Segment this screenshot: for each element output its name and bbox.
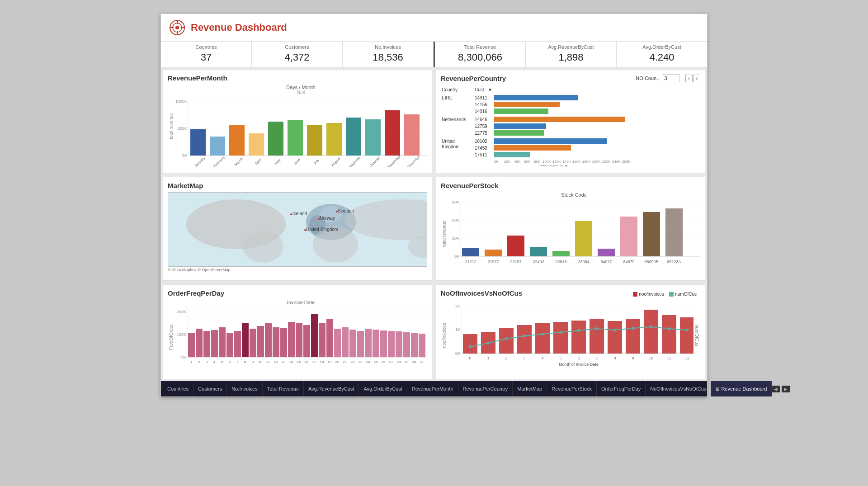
svg-rect-59 [494, 145, 571, 151]
svg-text:40K: 40K [514, 160, 521, 164]
svg-text:180K: 180K [582, 160, 591, 164]
kpi-countries: Countries 37 [161, 42, 252, 67]
rpm-chart-svg: 0K 500K 1000K [175, 97, 427, 167]
tab-rps[interactable]: RevenuePerStock [547, 381, 597, 396]
svg-text:0K: 0K [454, 254, 459, 259]
svg-text:5: 5 [559, 356, 561, 360]
tab-revenue-dashboard[interactable]: ⊞ Revenue Dashboard [711, 381, 772, 396]
tab-no-invoices[interactable]: No.Invoices [227, 381, 262, 396]
rpc-no-count-label: NO.Coun.. [636, 75, 659, 81]
kpi-revenue-label: Total Revenue [439, 44, 521, 50]
svg-text:60K: 60K [524, 160, 531, 164]
svg-rect-112 [665, 208, 683, 256]
svg-text:Kingdom: Kingdom [442, 144, 459, 149]
svg-text:20K: 20K [452, 236, 459, 241]
svg-rect-205 [517, 325, 532, 354]
svg-rect-53 [494, 130, 544, 136]
nav-prev-btn[interactable]: ◀ [772, 386, 780, 392]
svg-rect-160 [419, 334, 425, 357]
kpi-avg-revenue: Avg.RevenueByCust 1,898 [526, 42, 617, 67]
svg-text:2: 2 [505, 356, 507, 360]
svg-text:240K: 240K [612, 160, 621, 164]
noiv-legend: noofinvoices numOfCus [633, 292, 700, 298]
tab-noiv[interactable]: NoOfInvoicesVsNoOfCus [646, 381, 711, 396]
svg-text:10: 10 [649, 356, 653, 360]
noiv-legend-invoices: noofinvoices [633, 292, 664, 297]
tab-rpm[interactable]: RevenuePerMonth [407, 381, 458, 396]
dashboard-container: Revenue Dashboard Countries 37 Customers… [160, 14, 708, 397]
tab-countries[interactable]: Countries [163, 381, 193, 396]
ofpd-chart-svg: 0K 100K 200K [175, 305, 427, 371]
svg-point-224 [632, 327, 634, 330]
svg-text:United Kingdom: United Kingdom [306, 227, 338, 232]
tab-avg-revenue-label: Avg.RevenueByCust [308, 386, 354, 392]
tab-rpc[interactable]: RevenuePerCountry [458, 381, 513, 396]
svg-text:14646: 14646 [475, 117, 487, 122]
svg-point-89 [336, 211, 338, 212]
svg-rect-159 [411, 333, 418, 357]
svg-rect-207 [553, 322, 568, 354]
svg-text:0K: 0K [455, 351, 460, 356]
rpc-prev-btn[interactable]: ‹ [685, 75, 692, 82]
svg-text:22197: 22197 [510, 260, 521, 264]
svg-rect-46 [494, 109, 548, 114]
svg-text:25: 25 [374, 360, 378, 364]
svg-rect-213 [662, 315, 676, 354]
rpc-title: RevenuePerCountry [441, 75, 506, 82]
tab-noiv-label: NoOfInvoicesVsNoOfCus [650, 386, 706, 392]
svg-text:March: March [234, 157, 244, 167]
svg-text:84077: 84077 [600, 260, 612, 264]
market-map-title: MarketMap [168, 182, 427, 189]
svg-point-2 [175, 26, 179, 29]
svg-rect-206 [535, 323, 550, 354]
svg-text:500K: 500K [178, 126, 187, 131]
svg-text:13: 13 [282, 360, 286, 364]
svg-text:19: 19 [328, 360, 332, 364]
nav-next-btn[interactable]: ▶ [782, 386, 790, 392]
tab-total-revenue[interactable]: Total Revenue [263, 381, 304, 396]
svg-rect-137 [242, 323, 249, 357]
svg-rect-152 [357, 331, 364, 357]
tab-market-map[interactable]: MarketMap [513, 381, 547, 396]
svg-rect-133 [211, 330, 218, 357]
svg-text:EIRE: EIRE [442, 95, 453, 100]
svg-text:12: 12 [685, 356, 689, 360]
tab-customers[interactable]: Customers [193, 381, 227, 396]
svg-rect-42 [494, 95, 578, 100]
svg-text:14: 14 [289, 360, 293, 364]
svg-text:4: 4 [541, 356, 543, 360]
svg-rect-158 [403, 332, 410, 357]
svg-text:14911: 14911 [475, 95, 487, 100]
svg-rect-132 [203, 331, 210, 357]
svg-text:11: 11 [667, 356, 671, 360]
kpi-customers: Customers 4,372 [252, 42, 343, 67]
svg-point-221 [577, 329, 580, 332]
tab-ofpd[interactable]: OrderFreqPerDay [597, 381, 646, 396]
svg-rect-136 [234, 331, 241, 357]
map-container: Iceland Sweden Norway United Kingdom [168, 192, 427, 267]
rpc-next-btn[interactable]: › [693, 75, 700, 82]
svg-rect-144 [296, 323, 302, 357]
svg-text:22: 22 [351, 360, 355, 364]
svg-text:17: 17 [312, 360, 316, 364]
svg-text:0K: 0K [494, 160, 499, 164]
svg-rect-16 [229, 125, 245, 156]
svg-text:12775: 12775 [475, 131, 487, 136]
tab-avg-revenue[interactable]: Avg.RevenueByCust [304, 381, 359, 396]
kpi-avg-revenue-label: Avg.RevenueByCust [530, 44, 612, 50]
svg-rect-25 [404, 114, 420, 156]
ofpd-x-label: Invoice Date [175, 300, 427, 305]
svg-rect-14 [190, 129, 206, 156]
svg-text:Netherlands: Netherlands [442, 117, 466, 122]
kpi-invoices-label: No.Invoices [347, 44, 429, 50]
svg-text:160K: 160K [572, 160, 581, 164]
rpc-count-input[interactable] [662, 74, 680, 82]
svg-text:Country: Country [442, 87, 458, 92]
svg-rect-24 [385, 110, 400, 156]
tab-avg-order[interactable]: Avg.OrderByCust [359, 381, 407, 396]
svg-rect-157 [396, 331, 402, 357]
svg-rect-18 [268, 122, 283, 156]
svg-text:0K: 0K [182, 153, 187, 158]
svg-text:3: 3 [523, 356, 525, 360]
svg-text:29: 29 [405, 360, 409, 364]
